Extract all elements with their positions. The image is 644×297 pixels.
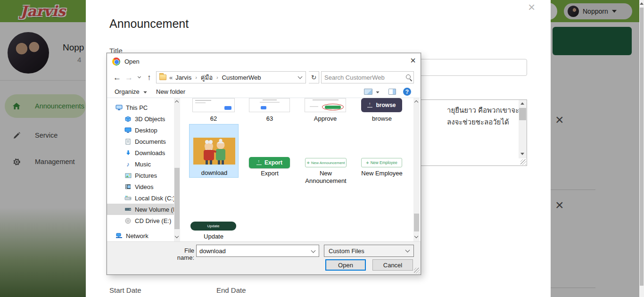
tree-item-cd-drive-e[interactable]: CD Drive (E:) [107, 215, 174, 226]
organize-button[interactable]: Organize [115, 88, 148, 95]
file-thumbnail-approve[interactable] [305, 98, 346, 112]
textarea-scrollbar[interactable] [519, 100, 527, 158]
organize-label: Organize [115, 88, 140, 95]
file-list-scrollbar-thumb[interactable] [414, 214, 419, 231]
tree-scrollbar-thumb[interactable] [174, 168, 180, 229]
new-folder-button[interactable]: New folder [156, 88, 185, 95]
tree-item-documents[interactable]: Documents [107, 136, 174, 147]
tree-label: Desktop [135, 127, 157, 134]
page-scrollbar-thumb[interactable] [640, 8, 644, 286]
tree-label: Documents [135, 138, 166, 145]
address-dropdown-icon[interactable] [298, 74, 303, 79]
dialog-toolbar: Organize New folder ? [107, 85, 421, 98]
network-icon [116, 232, 123, 239]
file-thumbnail-update[interactable]: Update [190, 222, 236, 231]
file-thumbnail-62[interactable] [192, 98, 235, 112]
scroll-down-icon[interactable] [414, 234, 418, 238]
scroll-up-icon[interactable] [640, 2, 644, 5]
page-scrollbar[interactable] [639, 0, 644, 297]
tree-item-network[interactable]: Network [107, 230, 174, 241]
scroll-up-icon[interactable] [175, 100, 179, 104]
file-list-scrollbar[interactable] [413, 98, 420, 241]
up-icon[interactable]: ↑ [147, 74, 151, 82]
tree-item-downloads[interactable]: Downloads [107, 147, 174, 158]
file-thumbnail-new-announcement[interactable]: + New Announcement [305, 158, 347, 167]
file-name-input[interactable] [199, 246, 308, 256]
tree-item-videos[interactable]: Videos [107, 181, 174, 192]
tree-item-local-disk-c[interactable]: Local Disk (C:) [107, 192, 174, 204]
help-icon[interactable]: ? [403, 88, 411, 96]
breadcrumb-separator: › [194, 74, 198, 80]
file-label[interactable]: download [190, 169, 239, 177]
file-type-select[interactable]: Custom Files [324, 245, 414, 257]
download-arrow-icon [124, 149, 132, 157]
file-item-download-selected[interactable]: download [189, 124, 239, 178]
file-label[interactable]: Update [189, 233, 238, 240]
refresh-icon[interactable]: ↻ [309, 71, 319, 83]
scroll-up-icon[interactable] [414, 100, 418, 104]
dialog-titlebar[interactable]: Open × [107, 53, 421, 69]
history-chevron-icon[interactable] [138, 75, 141, 78]
search-input[interactable] [324, 72, 402, 83]
file-thumbnail-export[interactable]: Export [249, 157, 290, 168]
file-label[interactable]: 62 [189, 115, 238, 123]
file-label[interactable]: New Employee [357, 170, 406, 177]
preview-pane-icon[interactable] [388, 89, 396, 95]
file-thumbnail-browse[interactable]: browse [361, 98, 402, 112]
textarea-scrollbar-thumb[interactable] [519, 108, 526, 120]
view-options-icon[interactable] [364, 89, 372, 95]
file-label[interactable]: browse [357, 115, 406, 123]
document-icon [124, 138, 132, 145]
search-box[interactable] [321, 71, 414, 83]
tree-item-3d-objects[interactable]: 3D Objects [107, 113, 174, 124]
file-name-label: File name: [168, 247, 194, 261]
back-icon[interactable]: ← [113, 74, 121, 82]
open-button[interactable]: Open [325, 259, 366, 271]
thumb-label: New Employee [371, 160, 397, 165]
plus-icon: + [306, 160, 309, 165]
export-icon [256, 161, 262, 165]
file-label[interactable]: New Announcement [301, 170, 350, 185]
tree-label: Music [135, 161, 151, 168]
tree-scrollbar[interactable] [174, 98, 180, 241]
scroll-down-icon[interactable] [520, 153, 524, 155]
dialog-close-icon[interactable]: × [410, 55, 416, 66]
forward-icon[interactable]: → [125, 74, 133, 82]
update-thumb-label: Update [207, 224, 220, 228]
chevron-down-icon[interactable] [376, 91, 380, 93]
breadcrumb-jarvis[interactable]: Jarvis [175, 74, 191, 81]
tree-item-this-pc[interactable]: This PC [107, 102, 174, 113]
breadcrumb-manual[interactable]: คู่มือ [201, 73, 213, 82]
scroll-down-icon[interactable] [175, 234, 179, 238]
close-icon[interactable]: × [528, 1, 535, 13]
file-label[interactable]: 63 [245, 115, 294, 123]
tree-item-new-volume-d[interactable]: New Volume (D: [107, 204, 174, 215]
breadcrumb-customerweb[interactable]: CustomerWeb [222, 74, 261, 81]
end-date-label: End Date [216, 286, 246, 294]
dialog-resize-grip[interactable] [414, 268, 420, 273]
picture-icon [124, 172, 132, 179]
description-line: ายุยืนยาว คือพวกเขาจะหยุดกิน [447, 104, 522, 116]
cancel-button[interactable]: Cancel [372, 259, 413, 271]
open-file-dialog: Open × ← → ↑ « Jarvis › คู่มือ › Custome… [107, 53, 421, 275]
scroll-up-icon[interactable] [520, 102, 524, 105]
chrome-icon [112, 58, 120, 66]
music-note-icon: ♪ [124, 161, 132, 168]
file-label[interactable]: Export [245, 170, 294, 177]
tree-label: CD Drive (E:) [135, 217, 171, 224]
file-thumbnail-63[interactable] [249, 98, 290, 112]
disc-icon [124, 217, 132, 224]
tree-item-music[interactable]: ♪ Music [107, 158, 174, 170]
tree-label: Pictures [135, 172, 157, 179]
computer-icon [116, 104, 123, 111]
file-label[interactable]: Approve [301, 115, 350, 123]
resize-grip[interactable] [520, 159, 526, 165]
cube-icon [124, 116, 132, 123]
screen: Jarvis Nopp 4 Announcements Service [0, 0, 644, 297]
tree-item-pictures[interactable]: Pictures [107, 170, 174, 181]
address-bar[interactable]: « Jarvis › คู่มือ › CustomerWeb [156, 71, 306, 83]
file-thumbnail-new-employee[interactable]: + New Employee [361, 158, 402, 167]
tree-item-desktop[interactable]: Desktop [107, 124, 174, 136]
chevron-down-icon[interactable] [311, 248, 316, 253]
thumb-label: New Announcement [311, 161, 345, 165]
